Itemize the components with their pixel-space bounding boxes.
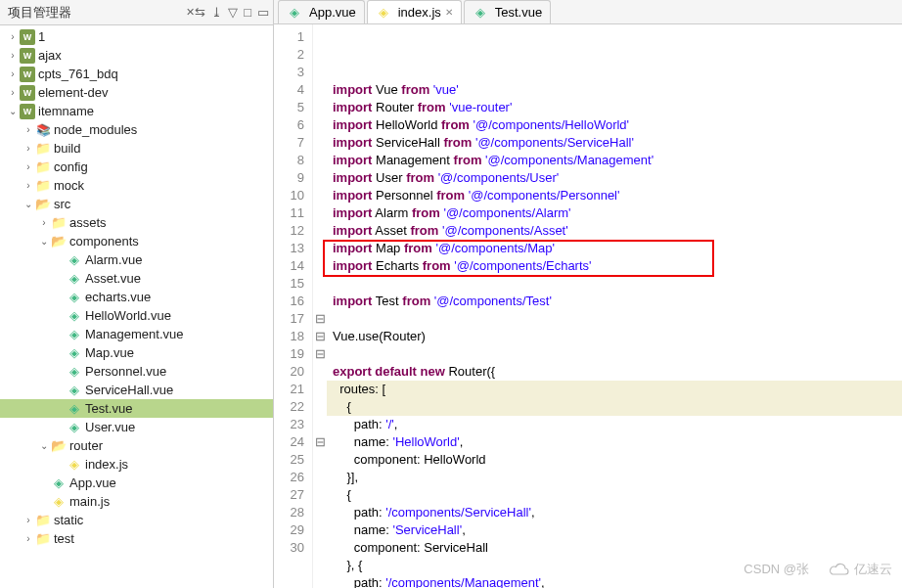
tree-item-label: User.vue (85, 420, 135, 434)
tree-item[interactable]: ›assets (0, 213, 273, 232)
prj-icon: W (20, 29, 35, 45)
toolbar-icon[interactable]: ⇆ (195, 5, 205, 20)
tree-item[interactable]: Test.vue (0, 399, 273, 418)
toolbar-icon[interactable]: ▽ (228, 5, 238, 20)
fold-gutter[interactable]: ⊟⊟⊟⊟ (313, 24, 327, 588)
close-icon[interactable]: ✕ (445, 7, 453, 18)
tree-item-label: element-dev (38, 85, 109, 100)
vue-icon (51, 475, 67, 491)
tree-item[interactable]: User.vue (0, 418, 273, 436)
tree-item[interactable]: ›Wcpts_761_bdq (0, 65, 273, 83)
line-gutter: 1234567891011121314151617181920212223242… (274, 24, 313, 588)
tree-item[interactable]: ⌄Witemname (0, 102, 273, 120)
expand-icon[interactable]: › (22, 143, 35, 154)
tree-item-label: src (54, 197, 70, 211)
tree-item[interactable]: ›build (0, 139, 273, 158)
tree-item-label: Asset.vue (85, 271, 141, 286)
expand-icon[interactable]: ⌄ (37, 236, 51, 247)
tree-item-label: ServiceHall.vue (85, 383, 173, 397)
tree-item[interactable]: main.js (0, 492, 273, 511)
code-content[interactable]: import Vue from 'vue'import Router from … (327, 24, 902, 588)
prj-icon: W (20, 48, 35, 64)
fld-open-icon (51, 438, 67, 454)
editor-tabs: App.vueindex.js✕Test.vue (274, 0, 902, 24)
explorer-toolbar: ⇆⤓▽□▭ (195, 5, 269, 20)
expand-icon[interactable]: ⌄ (37, 440, 51, 451)
expand-icon[interactable]: › (22, 180, 35, 191)
expand-icon[interactable]: › (22, 533, 35, 544)
tree-item-label: HelloWorld.vue (85, 308, 171, 323)
editor-tab[interactable]: Test.vue (464, 0, 551, 23)
toolbar-icon[interactable]: □ (244, 5, 251, 20)
tree-item[interactable]: App.vue (0, 474, 273, 492)
expand-icon[interactable]: ⌄ (6, 106, 20, 116)
tree-item[interactable]: echarts.vue (0, 288, 273, 306)
tree-item-label: config (54, 159, 88, 174)
tree-item[interactable]: ›config (0, 158, 273, 176)
vue-icon (67, 345, 82, 361)
expand-icon[interactable]: › (22, 124, 35, 135)
vue-icon (67, 420, 82, 435)
explorer-header: 项目管理器 ✕ ⇆⤓▽□▭ (0, 0, 273, 25)
tree-item[interactable]: index.js (0, 455, 273, 474)
tree-item[interactable]: ›static (0, 511, 273, 529)
fld-lib-icon (35, 122, 51, 138)
editor-tab[interactable]: App.vue (278, 0, 365, 23)
tree-item-label: ajax (38, 48, 62, 63)
vue-icon (67, 383, 82, 398)
tree-item[interactable]: Alarm.vue (0, 250, 273, 269)
tree-item[interactable]: ⌄components (0, 232, 273, 250)
expand-icon[interactable]: › (6, 31, 20, 42)
prj-icon: W (20, 104, 35, 119)
tree-item[interactable]: ServiceHall.vue (0, 381, 273, 399)
fld-closed-icon (35, 531, 51, 547)
fld-closed-icon (51, 215, 67, 231)
fld-open-icon (35, 197, 51, 212)
tree-item-label: Alarm.vue (85, 252, 143, 267)
tree-item-label: components (69, 234, 139, 249)
vue-icon (67, 308, 82, 324)
vue-icon (473, 5, 488, 21)
tree-item[interactable]: ⌄router (0, 436, 273, 455)
tree-item-label: itemname (38, 104, 94, 118)
tree-item[interactable]: ›mock (0, 176, 273, 195)
tree-item-label: Management.vue (85, 327, 183, 341)
fld-closed-icon (35, 141, 51, 157)
tree-item[interactable]: ›Welement-dev (0, 83, 273, 102)
tree-item[interactable]: Map.vue (0, 343, 273, 362)
tree-item[interactable]: ›node_modules (0, 120, 273, 139)
expand-icon[interactable]: › (22, 161, 35, 172)
expand-icon[interactable]: › (6, 68, 20, 79)
tree-item[interactable]: Asset.vue (0, 269, 273, 288)
toolbar-icon[interactable]: ⤓ (211, 5, 222, 20)
vue-icon (67, 252, 82, 268)
expand-icon[interactable]: › (6, 50, 20, 61)
vue-icon (67, 271, 82, 287)
code-editor[interactable]: 1234567891011121314151617181920212223242… (274, 24, 902, 588)
editor-tab[interactable]: index.js✕ (367, 0, 462, 23)
expand-icon[interactable]: › (6, 87, 20, 98)
tree-item-label: cpts_761_bdq (38, 67, 118, 81)
toolbar-icon[interactable]: ▭ (257, 5, 269, 20)
tree-item-label: echarts.vue (85, 290, 151, 304)
close-icon[interactable]: ✕ (186, 6, 195, 19)
expand-icon[interactable]: › (37, 217, 51, 228)
expand-icon[interactable]: ⌄ (22, 199, 35, 209)
tree-item[interactable]: HelloWorld.vue (0, 306, 273, 325)
tree-item[interactable]: ⌄src (0, 195, 273, 213)
tree-item[interactable]: ›Wajax (0, 46, 273, 65)
js-icon (67, 457, 82, 473)
tree-item[interactable]: Management.vue (0, 325, 273, 343)
tree-item-label: index.js (85, 457, 128, 472)
tree-item-label: static (54, 513, 83, 527)
fld-closed-icon (35, 159, 51, 175)
js-icon (376, 5, 391, 21)
tree-item[interactable]: ›test (0, 529, 273, 548)
file-tree[interactable]: ›W1›Wajax›Wcpts_761_bdq›Welement-dev⌄Wit… (0, 25, 273, 588)
tree-item[interactable]: Personnel.vue (0, 362, 273, 381)
tree-item[interactable]: ›W1 (0, 27, 273, 46)
fld-open-icon (51, 234, 67, 249)
expand-icon[interactable]: › (22, 515, 35, 525)
vue-icon (67, 290, 82, 305)
prj-icon: W (20, 67, 35, 82)
